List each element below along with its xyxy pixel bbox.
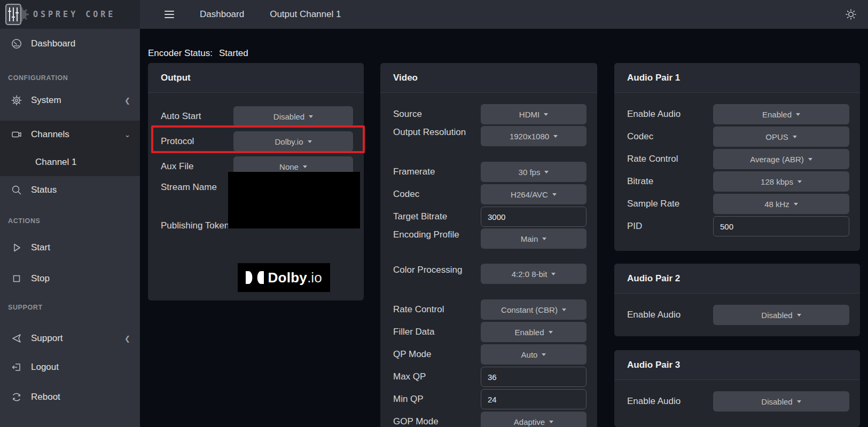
- caret-down-icon: [551, 273, 556, 275]
- sidebar-item-system[interactable]: System ❮: [0, 86, 140, 114]
- sidebar-item-logout[interactable]: Logout: [0, 353, 140, 381]
- field-row-gop-mode: GOP Mode Adaptive: [393, 411, 587, 427]
- target-bitrate-input[interactable]: [481, 207, 587, 227]
- sidebar-label: Reboot: [31, 392, 60, 402]
- field-row-video-codec: Codec H264/AVC: [393, 184, 587, 205]
- sidebar-label: Status: [31, 185, 57, 195]
- top-header: OSPREY CORE Dashboard Output Channel 1: [0, 0, 868, 29]
- field-label: PID: [627, 220, 713, 233]
- audio-bitrate-dropdown[interactable]: 128 kbps: [713, 171, 849, 192]
- field-label: Output Resolution: [393, 126, 481, 139]
- menu-toggle-icon[interactable]: [165, 11, 174, 18]
- stop-icon: [11, 273, 22, 284]
- sidebar-section-actions: ACTIONS: [0, 212, 140, 230]
- field-label: Bitrate: [627, 175, 713, 188]
- auto-start-dropdown[interactable]: Disabled: [233, 106, 353, 126]
- audio-rate-control-dropdown[interactable]: Average (ABR): [713, 149, 849, 169]
- field-row-framerate: Framerate 30 fps: [393, 161, 587, 183]
- max-qp-input[interactable]: [481, 367, 587, 387]
- pid-input[interactable]: [713, 216, 849, 236]
- field-row-color-processing: Color Processing 4:2:0 8-bit: [393, 264, 587, 298]
- theme-brightness-icon[interactable]: [846, 9, 856, 20]
- enable-audio-2-dropdown[interactable]: Disabled: [713, 305, 849, 325]
- field-row-pid: PID: [627, 216, 849, 237]
- audio-codec-dropdown[interactable]: OPUS: [713, 126, 849, 147]
- chevron-down-icon: ⌄: [124, 131, 130, 139]
- panel-title: Output: [161, 73, 191, 83]
- enable-audio-1-dropdown[interactable]: Enabled: [713, 104, 849, 124]
- caret-down-icon: [553, 135, 558, 138]
- osprey-logo-icon: [4, 3, 30, 26]
- caret-down-icon: [549, 421, 553, 423]
- caret-down-icon: [797, 180, 802, 183]
- reboot-icon: [11, 391, 22, 403]
- nav-output-channel-1[interactable]: Output Channel 1: [257, 2, 354, 27]
- video-codec-dropdown[interactable]: H264/AVC: [481, 184, 587, 204]
- enable-audio-3-dropdown[interactable]: Disabled: [713, 391, 849, 412]
- sidebar-item-status[interactable]: Status: [0, 176, 140, 204]
- field-label: Enable Audio: [627, 309, 713, 322]
- field-row-audio-codec: Codec OPUS: [627, 126, 849, 147]
- sidebar-item-dashboard[interactable]: Dashboard: [0, 29, 140, 59]
- gop-mode-dropdown[interactable]: Adaptive: [481, 412, 587, 427]
- field-row-enable-audio-3: Enable Audio Disabled: [627, 391, 849, 412]
- send-icon: [11, 333, 22, 344]
- protocol-dropdown[interactable]: Dolby.io: [233, 131, 353, 152]
- sample-rate-dropdown[interactable]: 48 kHz: [713, 194, 849, 214]
- sidebar-section-support: SUPPORT: [0, 299, 140, 316]
- field-label: Max QP: [393, 370, 481, 384]
- sidebar-label: Logout: [31, 362, 59, 373]
- audio-pair-1-panel: Audio Pair 1 Enable Audio Enabled Codec …: [614, 63, 860, 251]
- field-row-sample-rate: Sample Rate 48 kHz: [627, 193, 849, 215]
- field-label: Enable Audio: [627, 395, 713, 408]
- qp-mode-dropdown[interactable]: Auto: [481, 344, 587, 365]
- panel-title: Audio Pair 1: [627, 73, 680, 83]
- field-label: Color Processing: [393, 264, 481, 277]
- field-label: Aux File: [161, 160, 233, 173]
- sidebar-item-channel-1[interactable]: Channel 1: [0, 148, 140, 176]
- sidebar: Dashboard CONFIGURATION S: [0, 29, 140, 427]
- field-label: Framerate: [393, 165, 481, 179]
- sidebar-item-channels[interactable]: Channels ⌄: [0, 121, 140, 148]
- nav-dashboard[interactable]: Dashboard: [187, 2, 257, 27]
- output-panel: Output Auto Start Disabled Protocol Dolb…: [148, 63, 364, 301]
- sidebar-item-start[interactable]: Start: [0, 234, 140, 262]
- field-label: Min QP: [393, 393, 481, 406]
- encoding-profile-dropdown[interactable]: Main: [481, 228, 587, 249]
- field-label: Codec: [627, 130, 713, 144]
- output-resolution-dropdown[interactable]: 1920x1080: [481, 126, 587, 146]
- brand-block: OSPREY CORE: [0, 0, 140, 29]
- panel-title: Video: [393, 73, 418, 83]
- field-label: Encoding Profile: [393, 228, 481, 242]
- caret-down-icon: [549, 331, 553, 334]
- field-row-protocol: Protocol Dolby.io: [161, 131, 353, 152]
- filler-data-dropdown[interactable]: Enabled: [481, 322, 587, 342]
- sidebar-item-reboot[interactable]: Reboot: [0, 383, 140, 411]
- dolby-logo-word: Dolby: [268, 270, 307, 286]
- field-row-filler-data: Filler Data Enabled: [393, 321, 587, 343]
- field-label: Target Bitrate: [393, 210, 481, 224]
- framerate-dropdown[interactable]: 30 fps: [481, 162, 587, 182]
- min-qp-input[interactable]: [481, 389, 587, 409]
- field-label: Filler Data: [393, 326, 481, 339]
- field-row-enable-audio-2: Enable Audio Disabled: [627, 304, 849, 326]
- caret-down-icon: [793, 136, 797, 138]
- dolby-logo-suffix: .io: [307, 270, 322, 286]
- sidebar-section-configuration: CONFIGURATION: [0, 69, 140, 86]
- sidebar-label: Stop: [31, 273, 50, 284]
- caret-down-icon: [808, 158, 812, 161]
- rate-control-dropdown[interactable]: Constant (CBR): [481, 299, 587, 320]
- caret-down-icon: [562, 309, 566, 311]
- source-dropdown[interactable]: HDMI: [481, 104, 587, 124]
- sidebar-item-support[interactable]: Support ❮: [0, 325, 140, 352]
- color-processing-dropdown[interactable]: 4:2:0 8-bit: [481, 264, 587, 284]
- caret-down-icon: [308, 140, 312, 143]
- sidebar-label: Start: [31, 242, 50, 253]
- sidebar-label: System: [31, 95, 61, 106]
- field-label: Codec: [393, 188, 481, 201]
- redacted-values-overlay: [228, 172, 360, 228]
- field-row-source: Source HDMI: [393, 104, 587, 125]
- field-label: Rate Control: [627, 153, 713, 166]
- video-camera-icon: [11, 129, 22, 140]
- sidebar-item-stop[interactable]: Stop: [0, 265, 140, 292]
